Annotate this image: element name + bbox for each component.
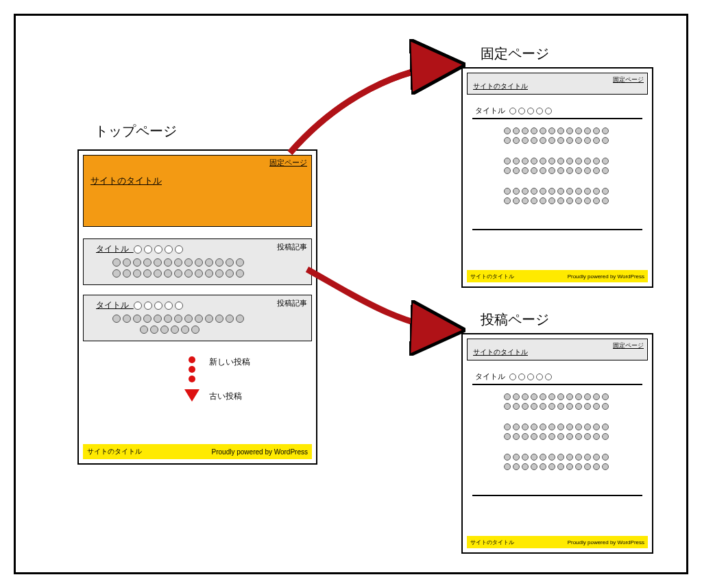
mockup-fixed-page: 固定ページ サイトのタイトル タイトル サイトのタイトル Proudly pow… <box>461 67 653 288</box>
text-dots-row <box>504 188 609 195</box>
nav-link-fixed-page[interactable]: 固定ページ <box>613 75 644 84</box>
heading-top-page: トップページ <box>95 122 177 140</box>
mini-header: 固定ページ サイトのタイトル <box>467 73 648 95</box>
divider <box>472 229 642 230</box>
site-title[interactable]: サイトのタイトル <box>473 347 528 357</box>
text-dots-row <box>140 326 199 334</box>
hero-banner: 固定ページ サイトのタイトル <box>83 155 312 227</box>
text-dots-row <box>504 433 609 440</box>
footer-bar: サイトのタイトル Proudly powered by WordPress <box>83 444 312 459</box>
footer-site-title[interactable]: サイトのタイトル <box>470 273 514 280</box>
post-tag: 投稿記事 <box>277 298 307 308</box>
text-dots-row <box>112 315 244 323</box>
arrow-to-fixed-page <box>290 65 455 153</box>
diagram-canvas: トップページ 固定ページ 投稿ページ 固定ページ サイトのタイトル 投稿記事 タ… <box>14 14 688 574</box>
heading-post-page: 投稿ページ <box>481 310 549 329</box>
label-old-posts: 古い投稿 <box>209 391 242 402</box>
footer-bar: サイトのタイトル Proudly powered by WordPress <box>467 270 648 282</box>
mini-header: 固定ページ サイトのタイトル <box>467 339 648 360</box>
mockup-top-page: 固定ページ サイトのタイトル 投稿記事 タイトル 投稿記事 タイトル <box>77 149 317 465</box>
text-dots-row <box>504 127 609 134</box>
text-dots-row <box>504 454 609 461</box>
footer-credit[interactable]: Proudly powered by WordPress <box>568 273 644 280</box>
content-title: タイトル <box>475 371 552 382</box>
text-dots-row <box>504 393 609 400</box>
label-new-posts: 新しい投稿 <box>209 356 250 368</box>
mockup-post-page: 固定ページ サイトのタイトル タイトル サイトのタイトル Proudly pow… <box>461 333 653 554</box>
text-dots-row <box>504 197 609 204</box>
post-title-link[interactable]: タイトル <box>96 243 183 255</box>
text-dots-row <box>112 258 244 267</box>
nav-link-fixed-page[interactable]: 固定ページ <box>613 341 644 350</box>
text-dots-row <box>504 463 609 470</box>
text-dots-row <box>504 158 609 164</box>
footer-credit[interactable]: Proudly powered by WordPress <box>568 539 644 546</box>
arrow-to-post-page <box>307 269 455 330</box>
text-dots-row <box>504 424 609 430</box>
divider <box>472 495 642 496</box>
dot-icon <box>189 376 195 382</box>
post-title-link[interactable]: タイトル <box>96 299 183 311</box>
post-card: 投稿記事 タイトル <box>83 238 312 285</box>
triangle-down-icon <box>184 389 199 402</box>
footer-credit[interactable]: Proudly powered by WordPress <box>212 448 308 456</box>
footer-site-title[interactable]: サイトのタイトル <box>470 539 514 546</box>
text-dots-row <box>504 403 609 410</box>
site-title[interactable]: サイトのタイトル <box>473 82 528 91</box>
post-card: 投稿記事 タイトル <box>83 295 312 341</box>
footer-site-title[interactable]: サイトのタイトル <box>87 447 142 456</box>
post-tag: 投稿記事 <box>277 242 307 252</box>
divider <box>472 384 642 385</box>
text-dots-row <box>112 269 244 278</box>
heading-fixed-page: 固定ページ <box>481 45 549 63</box>
dot-icon <box>189 356 195 363</box>
text-dots-row <box>504 137 609 144</box>
site-title[interactable]: サイトのタイトル <box>90 175 162 187</box>
nav-link-fixed-page[interactable]: 固定ページ <box>269 158 307 168</box>
dot-icon <box>189 366 195 373</box>
text-dots-row <box>504 167 609 174</box>
flow-dots <box>189 356 195 382</box>
footer-bar: サイトのタイトル Proudly powered by WordPress <box>467 536 648 548</box>
divider <box>472 118 642 119</box>
content-title: タイトル <box>475 106 552 116</box>
